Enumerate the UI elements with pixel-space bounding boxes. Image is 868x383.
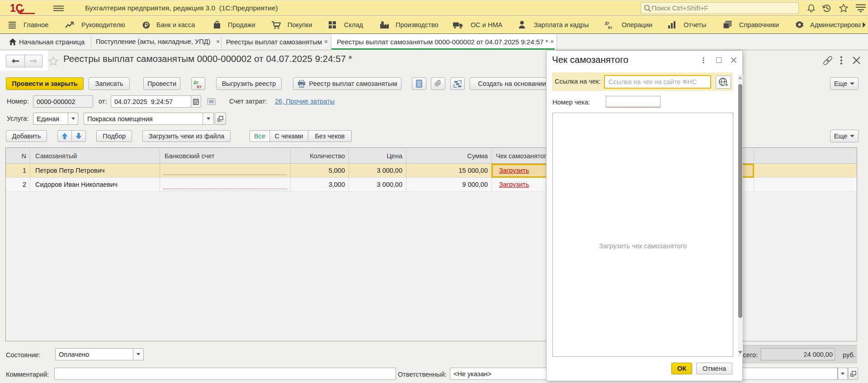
svg-text:Дт: Дт: [605, 21, 609, 25]
svg-text:Дт: Дт: [193, 79, 199, 84]
svg-text:1: 1: [10, 2, 16, 14]
svg-text:Кт: Кт: [608, 25, 612, 29]
svg-text:Кт: Кт: [197, 84, 202, 89]
